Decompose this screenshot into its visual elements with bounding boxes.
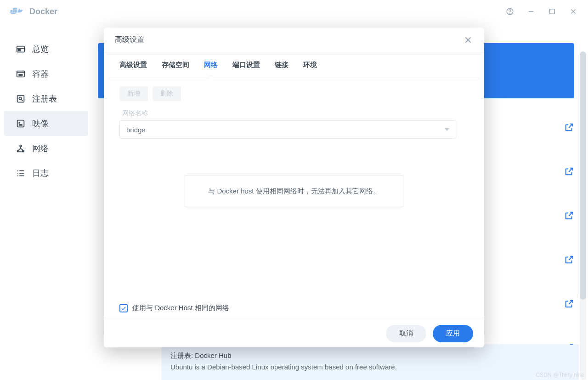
cancel-button[interactable]: 取消 bbox=[386, 325, 426, 342]
tab-env[interactable]: 环境 bbox=[303, 52, 317, 78]
apply-button[interactable]: 应用 bbox=[433, 325, 473, 342]
add-button[interactable]: 新增 bbox=[119, 86, 148, 101]
delete-button[interactable]: 删除 bbox=[153, 86, 181, 101]
use-host-network-checkbox[interactable] bbox=[119, 304, 128, 312]
use-host-network-label: 使用与 Docker Host 相同的网络 bbox=[132, 304, 229, 312]
modal-title: 高级设置 bbox=[115, 35, 144, 45]
tab-port[interactable]: 端口设置 bbox=[232, 52, 260, 78]
network-name-value: bridge bbox=[126, 126, 146, 134]
watermark: CSDN @Thirty nine bbox=[536, 372, 584, 378]
tab-links[interactable]: 链接 bbox=[275, 52, 288, 78]
tab-network[interactable]: 网络 bbox=[204, 52, 218, 78]
network-notice: 与 Docker host 使用相同网络时，无法再加入其它网络。 bbox=[184, 176, 404, 207]
network-name-dropdown[interactable]: bridge bbox=[119, 120, 456, 139]
modal-overlay: 高级设置 高级设置 存储空间 网络 端口设置 链接 环境 新增 删除 网络名称 bbox=[0, 0, 588, 380]
tab-advanced[interactable]: 高级设置 bbox=[119, 52, 147, 78]
network-name-label: 网络名称 bbox=[122, 109, 469, 118]
tab-volume[interactable]: 存储空间 bbox=[162, 52, 189, 78]
modal-close-button[interactable] bbox=[463, 35, 473, 45]
advanced-settings-modal: 高级设置 高级设置 存储空间 网络 端口设置 链接 环境 新增 删除 网络名称 bbox=[104, 28, 484, 347]
chevron-down-icon bbox=[445, 128, 449, 131]
modal-tabs: 高级设置 存储空间 网络 端口设置 链接 环境 bbox=[108, 52, 480, 78]
